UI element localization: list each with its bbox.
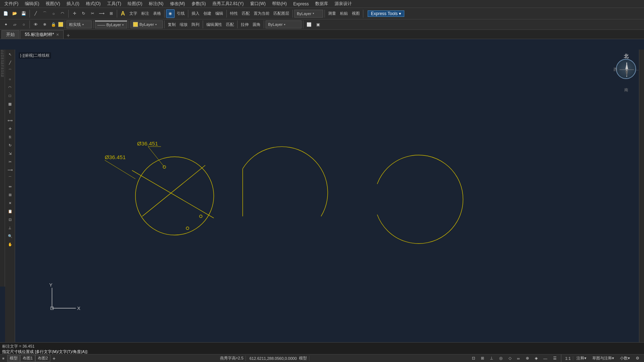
note-btn[interactable]: 标注 [139,9,151,18]
match-btn[interactable]: 匹配 [240,9,252,18]
new-btn[interactable]: 📄 [1,9,10,18]
tool-ortho[interactable]: ⊥ [6,224,14,232]
dyn-btn[interactable]: ◈ [532,355,540,361]
tool-zoom[interactable]: 🔍 [6,232,14,240]
menu-yuanquan[interactable]: 源泉设计 [332,0,355,8]
layer-lock-btn[interactable]: 🔒 [49,20,58,29]
menu-draw[interactable]: 绘图(D) [125,0,145,8]
drawing-canvas[interactable]: Ø36.451 Ø36.451 Y X [15,50,644,342]
mtext-btn[interactable]: 文字 [128,9,139,18]
tool-line[interactable]: ╱ [6,59,14,66]
dim-btn2[interactable]: 引线 [175,9,187,18]
lineweight-dropdown[interactable]: —— ByLayer ▾ [95,20,127,28]
tp-btn[interactable]: ☰ [551,355,559,361]
menu-edit[interactable]: 编辑(E) [22,0,42,8]
polyline-btn[interactable]: ⌒ [40,9,49,18]
scale-btn[interactable]: 缩放 [178,20,189,29]
layout2-tab[interactable]: 布图2 [35,355,50,362]
match-btn2[interactable]: 匹配 [224,20,236,29]
rotate-btn[interactable]: ↻ [79,9,88,18]
tool-erase[interactable]: ✕ [6,199,14,207]
open-btn[interactable]: 📂 [10,9,19,18]
model-tab[interactable]: 模型 [7,355,20,362]
linetype-dropdown[interactable]: 粗实线 ▾ [66,20,92,28]
line-btn[interactable]: ╱ [31,9,40,18]
text-btn[interactable]: A [119,9,127,18]
tool-arc[interactable]: ◠ [6,83,14,91]
view-btn[interactable]: 视图 [350,9,362,18]
layer-freeze-btn[interactable]: ❄ [40,20,49,29]
menu-window[interactable]: 窗口(W) [247,0,268,8]
tool-rect[interactable]: □ [6,92,14,99]
tool-hatch[interactable]: ▦ [6,100,14,108]
tool-layer2[interactable]: 📋 [6,207,14,215]
extend-btn[interactable]: ⟶ [97,9,106,18]
layout-add-btn[interactable]: + [50,355,58,362]
snap3[interactable]: ○ [19,20,28,29]
view3-btn[interactable]: ▣ [314,20,322,29]
stretch-btn[interactable]: 拉伸 [239,20,250,29]
otrack-btn[interactable]: ∞ [515,356,523,361]
tool-copy[interactable]: ⎘ [6,133,14,141]
tool-array2[interactable]: ⊞ [6,191,14,199]
match-layer-btn[interactable]: 匹配图层 [272,9,291,18]
tool-select[interactable]: ↖ [6,50,14,58]
menu-tools[interactable]: 工具(T) [104,0,124,8]
decimal-btn[interactable]: 小数▾ [617,355,632,362]
express-tools-tab[interactable]: Express Tools ▾ [368,10,404,17]
snap2[interactable]: ▱ [10,20,19,29]
menu-view[interactable]: 视图(V) [43,0,63,8]
move-btn[interactable]: ✛ [70,9,79,18]
tab-drawing[interactable]: 55.标注临时样* ✕ [20,30,64,39]
menu-dimension[interactable]: 标注(N) [146,0,166,8]
menu-insert[interactable]: 插入(I) [64,0,82,8]
menu-express[interactable]: Express [290,1,312,7]
workspace-btn[interactable]: 草图与注释▾ [590,355,617,362]
ducs-btn[interactable]: ⊕ [523,355,532,361]
copy-layer-btn[interactable]: 复制 [166,20,178,29]
tool-circle[interactable]: ○ [6,75,14,83]
ortho-btn[interactable]: ⊥ [487,355,496,361]
tool-pan[interactable]: ✋ [6,240,14,248]
settings-btn[interactable]: ⚙ [633,355,642,361]
osnap-btn[interactable]: ◇ [506,355,514,361]
set-current-btn[interactable]: 置为当前 [252,9,271,18]
menu-help[interactable]: 帮助(H) [269,0,290,8]
tool-rotate[interactable]: ↻ [6,141,14,149]
tool-snap[interactable]: ⊡ [6,215,14,223]
menu-yanxiu[interactable]: 燕秀工具2.81(Y) [210,0,247,8]
annotation-btn[interactable]: 注释▾ [574,355,589,362]
grid-btn[interactable]: ⊞ [478,355,487,361]
table-btn[interactable]: 表格 [151,9,163,18]
tool-fillet2[interactable]: ⌒ [6,174,14,182]
layout1-tab[interactable]: 布图1 [20,355,35,362]
arc-btn[interactable]: ◠ [58,9,67,18]
tab-close-btn[interactable]: ✕ [56,33,59,37]
array-btn[interactable]: 阵列 [190,20,201,29]
snap-mode-btn[interactable]: ⊡ [469,355,478,361]
trim-btn[interactable]: ✂ [88,9,97,18]
layer-panel-dropdown[interactable]: ByLayer ▾ [266,20,302,28]
edit-props-btn[interactable]: 编辑属性 [204,20,224,29]
tool-extend2[interactable]: ⟶ [6,166,14,174]
tab-add-btn[interactable]: + [64,32,72,39]
tool-trim[interactable]: ✂ [6,158,14,166]
paste-btn[interactable]: 粘贴 [338,9,350,18]
tool-polyline[interactable]: ⌒ [6,67,14,75]
circle-btn[interactable]: ○ [49,9,58,18]
menu-modify[interactable]: 修改(M) [167,0,188,8]
lw-btn[interactable]: — [541,356,550,361]
polar-btn[interactable]: ◎ [497,355,505,361]
edit-btn[interactable]: 编辑 [213,9,225,18]
tool-dim[interactable]: ⟺ [6,116,14,124]
tool-move[interactable]: ✛ [6,125,14,133]
canvas-area[interactable]: [-][俯视]二维线框 北 西 … 南 [15,50,644,342]
props-btn[interactable]: 特性 [228,9,240,18]
layer-dropdown[interactable]: ByLayer ▾ [294,10,323,18]
insert-btn[interactable]: 插入 [190,9,201,18]
tool-mirror[interactable]: ⇔ [6,182,14,190]
radius-dim-btn[interactable]: ◉ [166,9,175,18]
color-dropdown[interactable]: ByLayer ▾ [130,20,163,28]
offset-btn[interactable]: ⊞ [107,9,115,18]
fillet-btn[interactable]: 圆角 [251,20,262,29]
